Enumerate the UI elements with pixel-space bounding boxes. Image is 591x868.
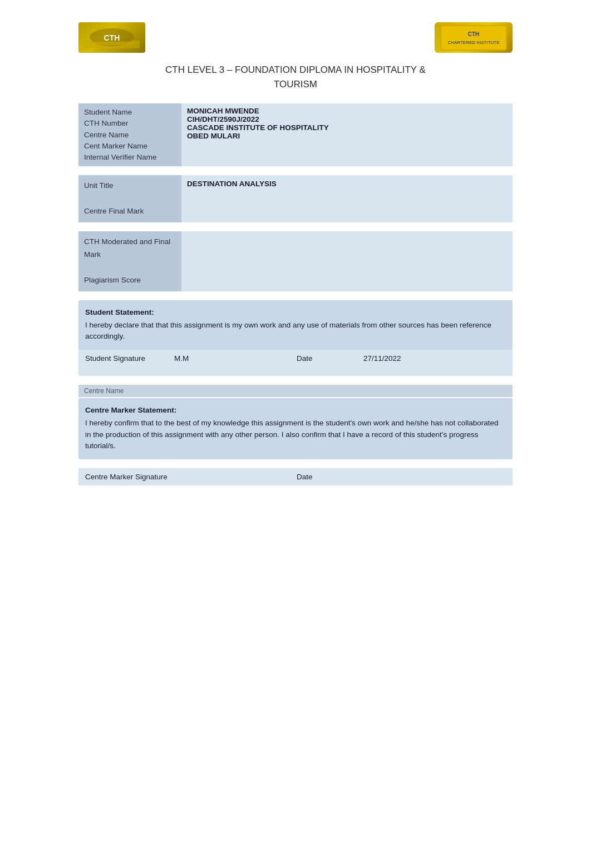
table-row: Unit Title Centre Final Mark DESTINATION… bbox=[78, 175, 513, 222]
page-title: CTH LEVEL 3 – FOUNDATION DIPLOMA IN HOSP… bbox=[78, 63, 513, 91]
logo-right: CTH CHARTERED INSTITUTE bbox=[435, 22, 513, 53]
table-row bbox=[78, 367, 513, 376]
student-statement-text: I hereby declare that that this assignme… bbox=[85, 320, 506, 343]
header: CTH CTH CHARTERED INSTITUTE bbox=[78, 22, 513, 53]
svg-text:CHARTERED INSTITUTE: CHARTERED INSTITUTE bbox=[447, 40, 499, 45]
svg-rect-2 bbox=[91, 42, 132, 45]
logo-left-text: CTH bbox=[87, 26, 137, 49]
table-row: Student Name CTH Number Centre Name Cent… bbox=[78, 103, 513, 166]
student-info-labels: Student Name CTH Number Centre Name Cent… bbox=[78, 103, 181, 166]
table-row: Student Signature M.M Date 27/11/2022 bbox=[78, 350, 513, 367]
student-date-value: 27/11/2022 bbox=[357, 350, 513, 367]
svg-rect-4 bbox=[441, 26, 506, 49]
svg-text:CTH: CTH bbox=[468, 31, 480, 37]
moderated-values bbox=[181, 231, 513, 291]
unit-info-table: Unit Title Centre Final Mark DESTINATION… bbox=[78, 175, 513, 222]
student-statement-box: Student Statement: I hereby declare that… bbox=[78, 300, 513, 350]
centre-sig-date-label: Date bbox=[290, 468, 513, 485]
moderated-labels: CTH Moderated and Final Mark Plagiarism … bbox=[78, 231, 181, 291]
student-signature-table: Student Signature M.M Date 27/11/2022 bbox=[78, 350, 513, 376]
logo-left: CTH bbox=[78, 22, 145, 53]
centre-marker-box: Centre Marker Statement: I hereby confir… bbox=[78, 398, 513, 459]
unit-values: DESTINATION ANALYSIS bbox=[181, 175, 513, 222]
svg-text:CTH: CTH bbox=[104, 33, 120, 42]
centre-sig-label: Centre Marker Signature bbox=[78, 468, 290, 485]
student-date-label: Date bbox=[290, 350, 357, 367]
centre-marker-title: Centre Marker Statement: bbox=[85, 406, 506, 414]
centre-marker-text: I hereby confirm that to the best of my … bbox=[85, 418, 506, 452]
unit-labels: Unit Title Centre Final Mark bbox=[78, 175, 181, 222]
student-info-table: Student Name CTH Number Centre Name Cent… bbox=[78, 103, 513, 166]
student-signature-label: Student Signature bbox=[78, 350, 168, 367]
student-info-values: MONICAH MWENDE CIH/DHT/2590J/2022 CASCAD… bbox=[181, 103, 513, 166]
table-row: Centre Marker Signature Date bbox=[78, 468, 513, 485]
student-signature-value: M.M bbox=[168, 350, 290, 367]
table-row: CTH Moderated and Final Mark Plagiarism … bbox=[78, 231, 513, 291]
centre-signature-table: Centre Marker Signature Date bbox=[78, 468, 513, 485]
moderated-table: CTH Moderated and Final Mark Plagiarism … bbox=[78, 231, 513, 291]
student-statement-title: Student Statement: bbox=[85, 308, 506, 316]
centre-name-bar: Centre Name bbox=[78, 385, 513, 397]
